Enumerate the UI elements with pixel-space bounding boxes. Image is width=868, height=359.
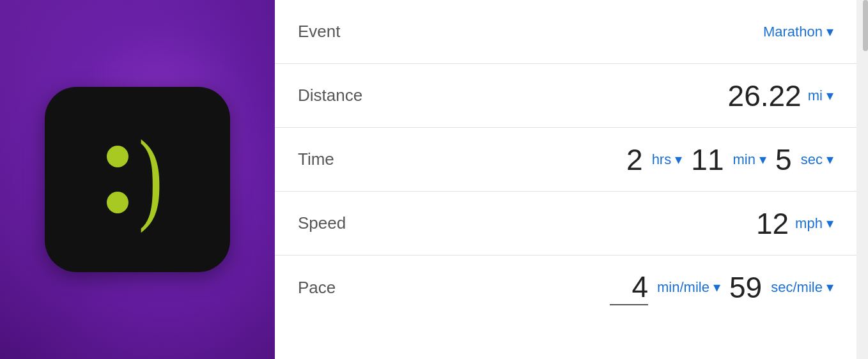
speed-label: Speed <box>298 213 346 233</box>
pace-min-unit-dropdown[interactable]: min/mile ▾ <box>657 279 720 296</box>
scrollbar[interactable] <box>856 0 868 359</box>
eye-top <box>107 146 128 167</box>
speed-unit-dropdown[interactable]: mph ▾ <box>795 215 833 232</box>
speed-row: Speed 12 mph ▾ <box>275 192 856 256</box>
time-label: Time <box>298 149 334 169</box>
eye-bottom <box>107 192 128 213</box>
distance-number: 26.22 <box>728 79 802 113</box>
seconds-number: 5 <box>775 142 792 177</box>
scrollbar-thumb[interactable] <box>863 0 868 51</box>
time-value: 2 hrs ▾ 11 min ▾ 5 sec ▾ <box>626 142 833 177</box>
distance-value: 26.22 mi ▾ <box>728 79 833 113</box>
distance-row: Distance 26.22 mi ▾ <box>275 64 856 128</box>
pace-row: Pace min/mile ▾ 59 sec/mile ▾ <box>275 256 856 319</box>
main-panel: Event Marathon ▾ Distance 26.22 mi ▾ Tim… <box>275 0 856 359</box>
app-background: ) <box>0 0 275 359</box>
seconds-unit-dropdown[interactable]: sec ▾ <box>801 151 833 168</box>
event-value: Marathon ▾ <box>763 24 833 40</box>
distance-label: Distance <box>298 86 362 105</box>
time-row: Time 2 hrs ▾ 11 min ▾ 5 sec ▾ <box>275 128 856 192</box>
event-row: Event Marathon ▾ <box>275 0 856 64</box>
pace-value: min/mile ▾ 59 sec/mile ▾ <box>610 270 833 305</box>
distance-unit-dropdown[interactable]: mi ▾ <box>808 88 833 104</box>
pace-sec-unit-dropdown[interactable]: sec/mile ▾ <box>771 279 833 296</box>
speed-number: 12 <box>756 206 789 241</box>
smile-paren: ) <box>139 125 162 227</box>
minutes-number: 11 <box>691 142 724 177</box>
event-label: Event <box>298 22 341 42</box>
speed-value: 12 mph ▾ <box>756 206 833 241</box>
app-icon: ) <box>45 87 230 272</box>
eyes <box>107 146 128 213</box>
hours-unit-dropdown[interactable]: hrs ▾ <box>652 151 683 168</box>
pace-minutes-input[interactable] <box>610 270 648 305</box>
smiley-face: ) <box>107 132 167 227</box>
minutes-unit-dropdown[interactable]: min ▾ <box>732 151 766 168</box>
event-dropdown[interactable]: Marathon ▾ <box>763 24 833 40</box>
hours-number: 2 <box>626 142 643 177</box>
pace-seconds-number: 59 <box>729 270 762 305</box>
pace-label: Pace <box>298 278 336 298</box>
